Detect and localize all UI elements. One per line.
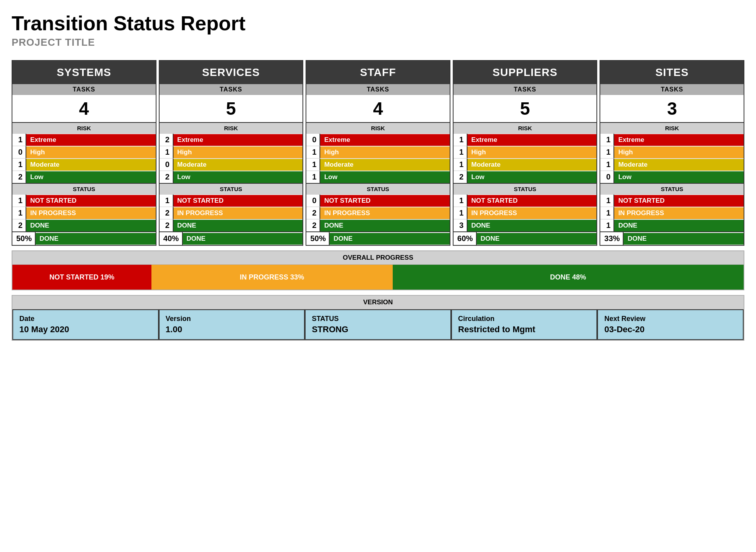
version-overall-status-label: STATUS bbox=[312, 315, 444, 323]
version-date-value: 10 May 2020 bbox=[19, 324, 152, 335]
services-status-done-badge: DONE bbox=[174, 220, 303, 231]
suppliers-tasks-label: TASKS bbox=[454, 84, 597, 95]
systems-risk-moderate-num: 1 bbox=[12, 159, 26, 171]
column-sites: SITES TASKS 3 RISK 1 Extreme 1 High 1 Mo… bbox=[600, 60, 744, 246]
page-title: Transition Status Report bbox=[12, 12, 744, 35]
services-risk-extreme-row: 2 Extreme bbox=[160, 133, 303, 146]
services-status-done-num: 2 bbox=[160, 219, 174, 231]
column-systems: SYSTEMS TASKS 4 RISK 1 Extreme 0 High 1 … bbox=[12, 60, 156, 246]
staff-risk-high-badge: High bbox=[320, 147, 450, 158]
staff-done-row: 50% DONE bbox=[306, 231, 450, 245]
sites-risk-low-num: 0 bbox=[600, 171, 614, 183]
suppliers-status-label: STATUS bbox=[454, 184, 597, 194]
sites-status-done-badge: DONE bbox=[614, 220, 744, 231]
project-subtitle: PROJECT TITLE bbox=[12, 36, 744, 48]
systems-risk-moderate-badge: Moderate bbox=[26, 159, 156, 171]
services-risk-high-num: 1 bbox=[160, 146, 174, 158]
systems-status-ip-num: 1 bbox=[12, 207, 26, 219]
column-services: SERVICES TASKS 5 RISK 2 Extreme 1 High 0… bbox=[159, 60, 304, 246]
systems-risk-extreme-row: 1 Extreme bbox=[12, 133, 156, 146]
systems-status-done-row: 2 DONE bbox=[12, 219, 156, 231]
services-status-ip-badge: IN PROGRESS bbox=[174, 207, 303, 219]
services-status-ip-num: 2 bbox=[160, 207, 174, 219]
version-date-label: Date bbox=[19, 315, 152, 323]
services-risk-label: RISK bbox=[160, 123, 303, 133]
staff-done-label: DONE bbox=[330, 233, 450, 245]
staff-risk-low-num: 1 bbox=[306, 171, 320, 183]
version-section: VERSION Date 10 May 2020 Version 1.00 ST… bbox=[12, 295, 744, 341]
systems-status-ip-badge: IN PROGRESS bbox=[26, 207, 156, 219]
sites-risk-high-num: 1 bbox=[600, 146, 614, 158]
staff-risk-extreme-row: 0 Extreme bbox=[306, 133, 450, 146]
sites-status-section: STATUS 1 NOT STARTED 1 IN PROGRESS 1 DON… bbox=[600, 183, 744, 231]
staff-done-pct: 50% bbox=[306, 232, 330, 245]
systems-risk-low-badge: Low bbox=[26, 171, 156, 183]
services-done-row: 40% DONE bbox=[160, 231, 303, 245]
version-grid: Date 10 May 2020 Version 1.00 STATUS STR… bbox=[12, 309, 744, 340]
systems-risk-low-num: 2 bbox=[12, 171, 26, 183]
staff-header: STAFF bbox=[306, 61, 450, 84]
suppliers-risk-extreme-num: 1 bbox=[454, 134, 467, 146]
version-overall-status-value: STRONG bbox=[312, 324, 444, 335]
suppliers-risk-extreme-row: 1 Extreme bbox=[454, 133, 597, 146]
services-status-ip-row: 2 IN PROGRESS bbox=[160, 207, 303, 219]
staff-status-done-num: 2 bbox=[306, 219, 320, 231]
services-status-ns-num: 1 bbox=[160, 195, 174, 207]
services-done-label: DONE bbox=[183, 233, 303, 245]
suppliers-risk-high-badge: High bbox=[467, 147, 597, 158]
staff-risk-extreme-badge: Extreme bbox=[320, 134, 450, 146]
overall-progress-section: OVERALL PROGRESS NOT STARTED 19% IN PROG… bbox=[12, 250, 744, 290]
version-next-review-label: Next Review bbox=[604, 315, 737, 323]
services-tasks-count: 5 bbox=[160, 95, 303, 123]
services-risk-extreme-badge: Extreme bbox=[174, 134, 303, 146]
suppliers-status-done-badge: DONE bbox=[467, 220, 597, 231]
services-status-ns-row: 1 NOT STARTED bbox=[160, 194, 303, 207]
sites-risk-extreme-badge: Extreme bbox=[614, 134, 744, 146]
services-risk-moderate-num: 0 bbox=[160, 159, 174, 171]
staff-status-ip-num: 2 bbox=[306, 207, 320, 219]
systems-header: SYSTEMS bbox=[12, 61, 156, 84]
staff-status-done-badge: DONE bbox=[320, 220, 450, 231]
sites-done-pct: 33% bbox=[600, 232, 624, 245]
version-circulation-value: Restricted to Mgmt bbox=[458, 324, 591, 335]
staff-status-ip-row: 2 IN PROGRESS bbox=[306, 207, 450, 219]
systems-risk-high-num: 0 bbox=[12, 146, 26, 158]
suppliers-risk-moderate-row: 1 Moderate bbox=[454, 158, 597, 171]
systems-risk-extreme-badge: Extreme bbox=[26, 134, 156, 146]
sites-risk-moderate-row: 1 Moderate bbox=[600, 158, 744, 171]
systems-status-ns-row: 1 NOT STARTED bbox=[12, 194, 156, 207]
suppliers-status-section: STATUS 1 NOT STARTED 1 IN PROGRESS 3 DON… bbox=[454, 183, 597, 231]
suppliers-status-ip-badge: IN PROGRESS bbox=[467, 207, 597, 219]
version-header: VERSION bbox=[12, 296, 744, 309]
suppliers-header: SUPPLIERS bbox=[454, 61, 597, 84]
overall-progress-header: OVERALL PROGRESS bbox=[12, 251, 744, 265]
staff-status-done-row: 2 DONE bbox=[306, 219, 450, 231]
services-risk-moderate-row: 0 Moderate bbox=[160, 158, 303, 171]
staff-status-label: STATUS bbox=[306, 184, 450, 194]
staff-risk-moderate-badge: Moderate bbox=[320, 159, 450, 171]
sites-status-ns-num: 1 bbox=[600, 195, 614, 207]
sites-status-ip-badge: IN PROGRESS bbox=[614, 207, 744, 219]
staff-risk-low-badge: Low bbox=[320, 171, 450, 183]
systems-status-ns-badge: NOT STARTED bbox=[26, 195, 156, 207]
sites-risk-moderate-num: 1 bbox=[600, 159, 614, 171]
staff-status-ip-badge: IN PROGRESS bbox=[320, 207, 450, 219]
version-cell-version: Version 1.00 bbox=[159, 309, 305, 340]
suppliers-status-done-num: 3 bbox=[454, 219, 467, 231]
sites-risk-high-row: 1 High bbox=[600, 146, 744, 158]
systems-done-pct: 50% bbox=[12, 232, 36, 245]
staff-risk-moderate-row: 1 Moderate bbox=[306, 158, 450, 171]
systems-risk-high-row: 0 High bbox=[12, 146, 156, 158]
sites-risk-extreme-row: 1 Extreme bbox=[600, 133, 744, 146]
systems-done-label: DONE bbox=[36, 233, 156, 245]
services-status-label: STATUS bbox=[160, 184, 303, 194]
sites-risk-low-row: 0 Low bbox=[600, 171, 744, 183]
systems-risk-high-badge: High bbox=[26, 147, 156, 158]
sites-status-done-row: 1 DONE bbox=[600, 219, 744, 231]
systems-risk-label: RISK bbox=[12, 123, 156, 133]
staff-tasks-count: 4 bbox=[306, 95, 450, 123]
services-risk-extreme-num: 2 bbox=[160, 134, 174, 146]
progress-not-started: NOT STARTED 19% bbox=[12, 265, 151, 290]
staff-tasks-label: TASKS bbox=[306, 84, 450, 95]
suppliers-risk-high-num: 1 bbox=[454, 146, 467, 158]
